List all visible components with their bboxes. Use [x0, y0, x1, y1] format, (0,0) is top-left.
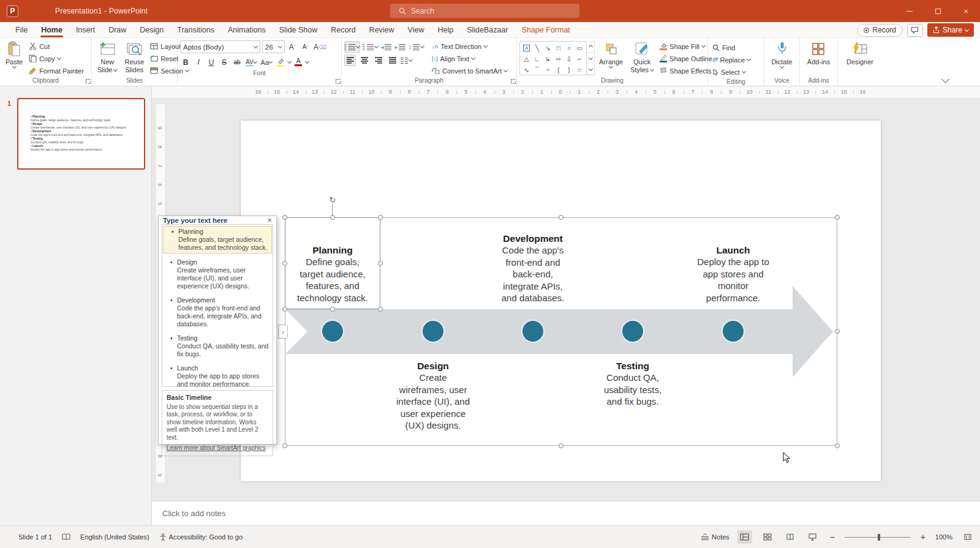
tab-record[interactable]: Record	[324, 22, 362, 37]
shape-right-angle[interactable]: ∟	[532, 53, 542, 64]
character-spacing-button[interactable]: AV	[244, 56, 258, 68]
convert-to-smartart-button[interactable]: Convert to SmartArt	[430, 65, 509, 77]
selection-handle[interactable]	[835, 215, 840, 220]
selection-handle[interactable]	[282, 261, 287, 266]
text-pane-item-launch[interactable]: LaunchDeploy the app to app stores and m…	[162, 363, 273, 387]
text-direction-button[interactable]: ↓A Text Direction	[430, 40, 509, 52]
zoom-slider-handle[interactable]	[878, 534, 880, 541]
tab-view[interactable]: View	[401, 22, 431, 37]
tab-insert[interactable]: Insert	[69, 22, 102, 37]
shapes-gallery[interactable]: A╲↘□○▭△∟↳⇨⇩⌐∿⌒~{}☆	[519, 41, 587, 75]
notes-toggle-button[interactable]: Notes	[701, 533, 729, 541]
zoom-in-button[interactable]: +	[919, 532, 927, 542]
shape-star[interactable]: ☆	[575, 64, 585, 75]
text-pane-list[interactable]: PlanningDefine goals, target audience, f…	[162, 224, 273, 387]
tab-file[interactable]: File	[9, 22, 34, 37]
change-case-button[interactable]: Aa	[260, 56, 273, 68]
addins-button[interactable]: Add-ins	[804, 40, 833, 67]
font-name-select[interactable]: Aptos (Body)	[180, 40, 260, 53]
shape-oval[interactable]: ○	[564, 42, 574, 53]
reading-view-button[interactable]	[783, 530, 797, 544]
columns-button[interactable]	[401, 54, 412, 66]
selection-handle[interactable]	[559, 215, 564, 220]
arrange-button[interactable]: Arrange	[596, 40, 626, 69]
shape-arc[interactable]: ⌒	[532, 64, 542, 75]
new-slide-button[interactable]: New Slide	[94, 40, 120, 75]
comments-button[interactable]	[907, 24, 923, 37]
tab-help[interactable]: Help	[431, 22, 460, 37]
numbering-button[interactable]	[363, 41, 378, 53]
text-pane-toggle[interactable]: ›	[278, 325, 288, 339]
replace-button[interactable]: ⇄ Replace	[710, 54, 761, 66]
selection-handle[interactable]	[282, 443, 287, 448]
shape-rounded-rectangle[interactable]: ▭	[575, 42, 585, 53]
selection-handle[interactable]	[835, 329, 840, 334]
text-pane-item-development[interactable]: DevelopmentCode the app's front-end and …	[162, 295, 273, 329]
selection-handle[interactable]	[378, 261, 383, 266]
increase-indent-button[interactable]: ▸	[394, 41, 406, 53]
zoom-out-button[interactable]: −	[828, 532, 837, 542]
shape-right-brace[interactable]: }	[564, 64, 574, 75]
selection-handle[interactable]	[378, 307, 383, 312]
shape-line[interactable]: ╲	[532, 42, 542, 53]
slide-thumbnail[interactable]: • PlanningDefine goals, target audience,…	[17, 98, 145, 170]
zoom-slider[interactable]	[845, 537, 911, 538]
tab-design[interactable]: Design	[133, 22, 170, 37]
normal-view-button[interactable]	[737, 530, 752, 544]
format-painter-button[interactable]: Format Painter	[27, 65, 86, 77]
decrease-indent-button[interactable]: ◂	[380, 41, 392, 53]
slide-sorter-view-button[interactable]	[760, 530, 775, 544]
strikethrough-ab-button[interactable]: ab	[232, 56, 243, 68]
search-input[interactable]: Search	[390, 4, 579, 18]
selection-handle[interactable]	[330, 307, 335, 312]
paragraph-dialog-launcher[interactable]	[511, 79, 516, 84]
selection-handle[interactable]	[835, 443, 840, 448]
bold-button[interactable]: B	[180, 56, 191, 68]
selection-handle[interactable]	[330, 215, 335, 220]
collapse-ribbon-button[interactable]	[941, 75, 949, 83]
highlight-color-button[interactable]	[275, 56, 286, 68]
decrease-font-size-button[interactable]: Aˇ	[300, 41, 311, 53]
shape-text-box[interactable]: A	[521, 42, 532, 53]
italic-button[interactable]: I	[193, 56, 204, 68]
text-pane-item-testing[interactable]: TestingConduct QA, usability tests, and …	[162, 333, 273, 359]
bullets-button[interactable]	[344, 41, 360, 53]
select-button[interactable]: Select	[710, 66, 761, 78]
language-indicator[interactable]: English (United States)	[80, 533, 149, 541]
selection-handle[interactable]	[378, 215, 383, 220]
font-size-select[interactable]: 26	[262, 40, 285, 53]
tab-slide-show[interactable]: Slide Show	[273, 22, 325, 37]
cut-button[interactable]: Cut	[27, 40, 86, 52]
spell-check-button[interactable]	[62, 533, 70, 541]
rotate-handle[interactable]: ↻	[328, 195, 337, 205]
gallery-scroll-up[interactable]	[587, 42, 594, 53]
shape-curve[interactable]: ~	[543, 64, 553, 75]
slideshow-view-button[interactable]	[805, 530, 820, 544]
quick-styles-button[interactable]: Quick Styles	[627, 40, 657, 75]
maximize-button[interactable]	[924, 0, 952, 22]
shape-block-arrow-down[interactable]: ⇩	[564, 53, 574, 64]
font-dialog-launcher[interactable]	[336, 79, 341, 84]
text-pane-item-design[interactable]: DesignCreate wireframes, user interface …	[162, 257, 273, 291]
shape-corner-shape[interactable]: ⌐	[575, 53, 585, 64]
align-center-button[interactable]	[358, 54, 370, 66]
text-pane-close-icon[interactable]: ×	[267, 216, 272, 224]
align-right-button[interactable]	[372, 54, 384, 66]
tab-transitions[interactable]: Transitions	[170, 22, 221, 37]
gallery-scroll-down[interactable]	[587, 53, 594, 64]
shape-rectangle[interactable]: □	[553, 42, 564, 53]
tab-home[interactable]: Home	[34, 22, 69, 37]
selection-handle[interactable]	[559, 443, 564, 448]
dictate-button[interactable]: Dictate	[768, 40, 795, 69]
accessibility-checker[interactable]: Accessibility: Good to go	[159, 533, 243, 541]
justify-button[interactable]	[386, 54, 398, 66]
minimize-button[interactable]	[895, 0, 924, 22]
designer-button[interactable]: Designer	[843, 40, 876, 67]
fit-to-window-button[interactable]	[960, 530, 975, 544]
font-color-button[interactable]: A	[293, 56, 304, 68]
shapes-gallery-scrollbar[interactable]	[587, 41, 595, 75]
shape-left-brace[interactable]: {	[553, 64, 564, 75]
shape-block-arrow-right[interactable]: ⇨	[553, 53, 564, 64]
tab-animations[interactable]: Animations	[221, 22, 273, 37]
share-button[interactable]: Share	[927, 23, 974, 37]
